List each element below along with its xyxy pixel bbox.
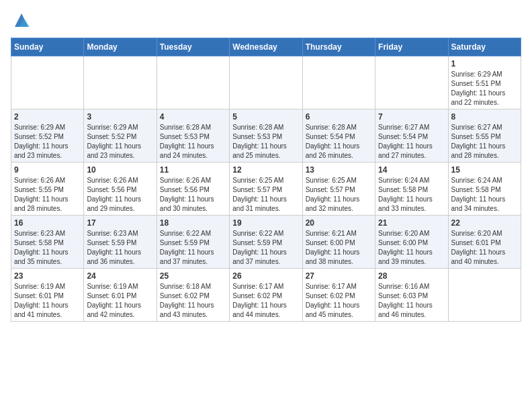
calendar-table: SundayMondayTuesdayWednesdayThursdayFrid… bbox=[11, 38, 521, 322]
calendar-cell: 9Sunrise: 6:26 AM Sunset: 5:55 PM Daylig… bbox=[11, 163, 84, 216]
day-info: Sunrise: 6:23 AM Sunset: 5:59 PM Dayligh… bbox=[87, 229, 153, 267]
calendar-cell: 20Sunrise: 6:21 AM Sunset: 6:00 PM Dayli… bbox=[302, 216, 375, 269]
logo-icon bbox=[12, 11, 31, 30]
weekday-header: Saturday bbox=[448, 38, 521, 56]
day-info: Sunrise: 6:18 AM Sunset: 6:02 PM Dayligh… bbox=[160, 282, 226, 320]
calendar-cell: 23Sunrise: 6:19 AM Sunset: 6:01 PM Dayli… bbox=[11, 269, 84, 322]
day-number: 7 bbox=[378, 112, 445, 122]
day-info: Sunrise: 6:27 AM Sunset: 5:55 PM Dayligh… bbox=[451, 123, 518, 161]
day-info: Sunrise: 6:22 AM Sunset: 5:59 PM Dayligh… bbox=[232, 229, 299, 267]
calendar-cell bbox=[448, 269, 521, 322]
day-info: Sunrise: 6:22 AM Sunset: 5:59 PM Dayligh… bbox=[160, 229, 226, 267]
day-number: 18 bbox=[160, 218, 226, 228]
calendar-cell: 3Sunrise: 6:29 AM Sunset: 5:52 PM Daylig… bbox=[84, 109, 157, 163]
day-info: Sunrise: 6:21 AM Sunset: 6:00 PM Dayligh… bbox=[306, 229, 372, 267]
calendar-cell: 14Sunrise: 6:24 AM Sunset: 5:58 PM Dayli… bbox=[375, 163, 448, 216]
day-info: Sunrise: 6:29 AM Sunset: 5:52 PM Dayligh… bbox=[14, 123, 81, 161]
day-number: 3 bbox=[87, 112, 153, 122]
day-info: Sunrise: 6:24 AM Sunset: 5:58 PM Dayligh… bbox=[451, 176, 518, 214]
weekday-header: Friday bbox=[375, 38, 448, 56]
calendar-cell: 17Sunrise: 6:23 AM Sunset: 5:59 PM Dayli… bbox=[84, 216, 157, 269]
day-number: 5 bbox=[232, 112, 299, 122]
day-number: 11 bbox=[160, 165, 226, 175]
day-info: Sunrise: 6:28 AM Sunset: 5:53 PM Dayligh… bbox=[232, 123, 299, 161]
calendar-week-row: 23Sunrise: 6:19 AM Sunset: 6:01 PM Dayli… bbox=[11, 269, 521, 322]
calendar-cell: 11Sunrise: 6:26 AM Sunset: 5:56 PM Dayli… bbox=[157, 163, 229, 216]
calendar-cell: 6Sunrise: 6:28 AM Sunset: 5:54 PM Daylig… bbox=[302, 109, 375, 163]
weekday-header: Tuesday bbox=[157, 38, 229, 56]
calendar-cell: 4Sunrise: 6:28 AM Sunset: 5:53 PM Daylig… bbox=[157, 109, 229, 163]
calendar-cell bbox=[157, 56, 229, 109]
calendar-cell: 22Sunrise: 6:20 AM Sunset: 6:01 PM Dayli… bbox=[448, 216, 521, 269]
calendar-cell: 16Sunrise: 6:23 AM Sunset: 5:58 PM Dayli… bbox=[11, 216, 84, 269]
weekday-header: Sunday bbox=[11, 38, 84, 56]
day-info: Sunrise: 6:26 AM Sunset: 5:55 PM Dayligh… bbox=[14, 176, 81, 214]
day-info: Sunrise: 6:17 AM Sunset: 6:02 PM Dayligh… bbox=[232, 282, 299, 320]
day-number: 21 bbox=[378, 218, 445, 228]
calendar-cell bbox=[302, 56, 375, 109]
calendar-cell: 10Sunrise: 6:26 AM Sunset: 5:56 PM Dayli… bbox=[84, 163, 157, 216]
day-number: 26 bbox=[232, 271, 299, 281]
calendar-cell: 12Sunrise: 6:25 AM Sunset: 5:57 PM Dayli… bbox=[230, 163, 302, 216]
weekday-header: Monday bbox=[84, 38, 157, 56]
day-info: Sunrise: 6:28 AM Sunset: 5:54 PM Dayligh… bbox=[306, 123, 372, 161]
calendar-cell bbox=[375, 56, 448, 109]
day-number: 9 bbox=[14, 165, 81, 175]
day-info: Sunrise: 6:23 AM Sunset: 5:58 PM Dayligh… bbox=[14, 229, 81, 267]
day-number: 27 bbox=[306, 271, 372, 281]
day-info: Sunrise: 6:29 AM Sunset: 5:51 PM Dayligh… bbox=[451, 70, 518, 107]
calendar-cell: 1Sunrise: 6:29 AM Sunset: 5:51 PM Daylig… bbox=[448, 56, 521, 109]
calendar-cell: 8Sunrise: 6:27 AM Sunset: 5:55 PM Daylig… bbox=[448, 109, 521, 163]
day-info: Sunrise: 6:26 AM Sunset: 5:56 PM Dayligh… bbox=[87, 176, 153, 214]
weekday-header: Wednesday bbox=[230, 38, 302, 56]
day-number: 19 bbox=[232, 218, 299, 228]
day-number: 4 bbox=[160, 112, 226, 122]
day-number: 16 bbox=[14, 218, 81, 228]
page-header bbox=[11, 11, 521, 30]
calendar-cell: 2Sunrise: 6:29 AM Sunset: 5:52 PM Daylig… bbox=[11, 109, 84, 163]
day-number: 17 bbox=[87, 218, 153, 228]
calendar-cell: 19Sunrise: 6:22 AM Sunset: 5:59 PM Dayli… bbox=[230, 216, 302, 269]
day-info: Sunrise: 6:29 AM Sunset: 5:52 PM Dayligh… bbox=[87, 123, 153, 161]
day-number: 24 bbox=[87, 271, 153, 281]
day-info: Sunrise: 6:16 AM Sunset: 6:03 PM Dayligh… bbox=[378, 282, 445, 320]
day-number: 8 bbox=[451, 112, 518, 122]
weekday-header: Thursday bbox=[302, 38, 375, 56]
calendar-cell: 25Sunrise: 6:18 AM Sunset: 6:02 PM Dayli… bbox=[157, 269, 229, 322]
day-number: 22 bbox=[451, 218, 518, 228]
day-number: 28 bbox=[378, 271, 445, 281]
calendar-cell: 26Sunrise: 6:17 AM Sunset: 6:02 PM Dayli… bbox=[230, 269, 302, 322]
day-number: 14 bbox=[378, 165, 445, 175]
day-number: 6 bbox=[306, 112, 372, 122]
day-info: Sunrise: 6:27 AM Sunset: 5:54 PM Dayligh… bbox=[378, 123, 445, 161]
day-info: Sunrise: 6:28 AM Sunset: 5:53 PM Dayligh… bbox=[160, 123, 226, 161]
day-number: 13 bbox=[306, 165, 372, 175]
calendar-cell bbox=[230, 56, 302, 109]
calendar-cell: 27Sunrise: 6:17 AM Sunset: 6:02 PM Dayli… bbox=[302, 269, 375, 322]
day-number: 15 bbox=[451, 165, 518, 175]
day-number: 25 bbox=[160, 271, 226, 281]
calendar-cell bbox=[84, 56, 157, 109]
day-info: Sunrise: 6:26 AM Sunset: 5:56 PM Dayligh… bbox=[160, 176, 226, 214]
logo bbox=[11, 11, 31, 30]
calendar-cell: 7Sunrise: 6:27 AM Sunset: 5:54 PM Daylig… bbox=[375, 109, 448, 163]
calendar-cell: 5Sunrise: 6:28 AM Sunset: 5:53 PM Daylig… bbox=[230, 109, 302, 163]
calendar-cell: 28Sunrise: 6:16 AM Sunset: 6:03 PM Dayli… bbox=[375, 269, 448, 322]
calendar-cell: 15Sunrise: 6:24 AM Sunset: 5:58 PM Dayli… bbox=[448, 163, 521, 216]
calendar-cell bbox=[11, 56, 84, 109]
day-number: 12 bbox=[232, 165, 299, 175]
day-number: 1 bbox=[451, 59, 518, 68]
day-number: 2 bbox=[14, 112, 81, 122]
day-info: Sunrise: 6:19 AM Sunset: 6:01 PM Dayligh… bbox=[87, 282, 153, 320]
day-info: Sunrise: 6:19 AM Sunset: 6:01 PM Dayligh… bbox=[14, 282, 81, 320]
calendar-cell: 18Sunrise: 6:22 AM Sunset: 5:59 PM Dayli… bbox=[157, 216, 229, 269]
calendar-cell: 24Sunrise: 6:19 AM Sunset: 6:01 PM Dayli… bbox=[84, 269, 157, 322]
calendar-week-row: 2Sunrise: 6:29 AM Sunset: 5:52 PM Daylig… bbox=[11, 109, 521, 163]
day-number: 20 bbox=[306, 218, 372, 228]
calendar-cell: 13Sunrise: 6:25 AM Sunset: 5:57 PM Dayli… bbox=[302, 163, 375, 216]
day-info: Sunrise: 6:24 AM Sunset: 5:58 PM Dayligh… bbox=[378, 176, 445, 214]
calendar-week-row: 9Sunrise: 6:26 AM Sunset: 5:55 PM Daylig… bbox=[11, 163, 521, 216]
day-info: Sunrise: 6:17 AM Sunset: 6:02 PM Dayligh… bbox=[306, 282, 372, 320]
calendar-header-row: SundayMondayTuesdayWednesdayThursdayFrid… bbox=[11, 38, 521, 56]
calendar-week-row: 16Sunrise: 6:23 AM Sunset: 5:58 PM Dayli… bbox=[11, 216, 521, 269]
